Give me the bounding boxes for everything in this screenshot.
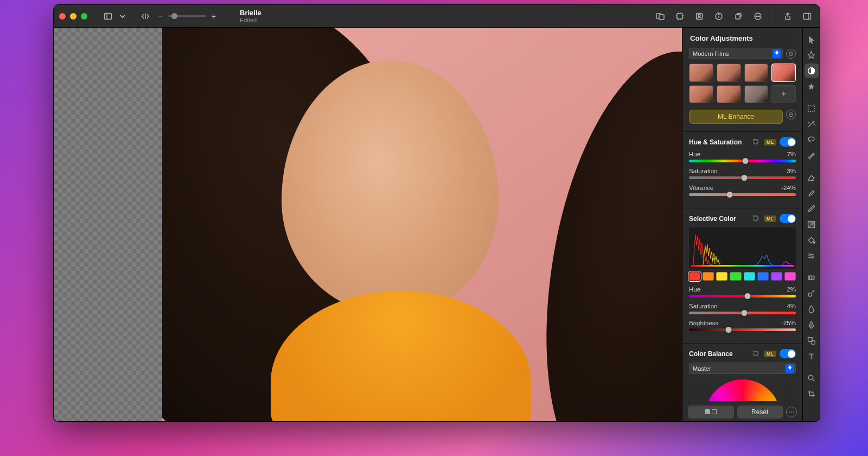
warp-tool[interactable] bbox=[805, 249, 819, 263]
share-button[interactable] bbox=[781, 9, 795, 23]
ml-crop-button[interactable] bbox=[673, 9, 687, 23]
param-slider[interactable] bbox=[689, 328, 796, 331]
param-slider[interactable] bbox=[689, 176, 796, 179]
param-slider[interactable] bbox=[689, 160, 796, 162]
more-options-button[interactable] bbox=[751, 9, 765, 23]
shape-tool[interactable] bbox=[805, 333, 819, 347]
split-compare-button[interactable] bbox=[688, 406, 734, 419]
color-wheel[interactable] bbox=[689, 379, 796, 401]
param-slider[interactable] bbox=[689, 312, 796, 314]
color-swatch[interactable] bbox=[771, 272, 782, 281]
svg-rect-4 bbox=[659, 15, 664, 20]
portrait-button[interactable] bbox=[692, 9, 706, 23]
ml-enhance-options-button[interactable]: ⊖ bbox=[786, 110, 796, 119]
add-preset-button[interactable]: + bbox=[771, 85, 796, 104]
erase-tool[interactable] bbox=[805, 170, 819, 184]
zoom-out-button[interactable]: − bbox=[156, 9, 165, 23]
svg-rect-16 bbox=[804, 13, 811, 19]
svg-point-23 bbox=[814, 124, 814, 125]
gradient-tool[interactable] bbox=[805, 217, 819, 231]
color-swatch[interactable] bbox=[784, 272, 796, 281]
info-button[interactable] bbox=[712, 9, 726, 23]
minimize-window-button[interactable] bbox=[70, 13, 76, 20]
section-toggle[interactable] bbox=[780, 214, 796, 223]
footer-more-button[interactable]: ⋯ bbox=[786, 407, 797, 417]
wand-tool[interactable] bbox=[805, 117, 819, 131]
param-value: 7% bbox=[787, 151, 796, 157]
inspector-title: Color Adjustments bbox=[682, 28, 802, 48]
histogram bbox=[689, 227, 796, 269]
preset-dropdown[interactable]: Modern Films bbox=[689, 48, 783, 59]
preset-caret-icon bbox=[773, 49, 781, 58]
styles-tool[interactable] bbox=[805, 48, 819, 62]
preset-thumb[interactable] bbox=[717, 85, 741, 104]
sidebar-options-chevron-icon[interactable] bbox=[119, 9, 126, 23]
param-slider[interactable] bbox=[689, 295, 796, 297]
preset-thumb[interactable] bbox=[771, 64, 796, 82]
preset-thumb[interactable] bbox=[689, 85, 713, 104]
paint-tool[interactable] bbox=[805, 186, 819, 200]
reset-section-icon[interactable] bbox=[752, 214, 761, 223]
collapse-presets-button[interactable]: ⊖ bbox=[786, 49, 796, 59]
arrow-tool[interactable] bbox=[805, 32, 819, 46]
inspector-panel: Color Adjustments Modern Films ⊖ bbox=[682, 28, 802, 421]
tone-caret-icon bbox=[786, 364, 794, 373]
pencil-tool[interactable] bbox=[805, 201, 819, 216]
reset-all-button[interactable]: Reset bbox=[737, 406, 783, 419]
lasso-tool[interactable] bbox=[805, 132, 819, 147]
preset-thumb[interactable] bbox=[689, 64, 713, 82]
compare-button[interactable] bbox=[653, 9, 667, 23]
document-title: Brielle bbox=[240, 9, 261, 17]
ml-enhance-button[interactable]: ML Enhance bbox=[689, 110, 783, 124]
param-slider[interactable] bbox=[689, 193, 796, 196]
reset-section-icon[interactable] bbox=[752, 350, 761, 358]
svg-point-13 bbox=[756, 16, 757, 17]
color-swatch[interactable] bbox=[689, 272, 700, 281]
section-toggle[interactable] bbox=[780, 349, 796, 358]
text-tool[interactable] bbox=[805, 349, 819, 363]
blur-tool[interactable] bbox=[805, 302, 819, 316]
color-swatch[interactable] bbox=[744, 272, 755, 281]
svg-point-14 bbox=[757, 16, 758, 17]
svg-point-10 bbox=[718, 14, 719, 15]
tone-dropdown[interactable]: Master bbox=[689, 363, 796, 374]
hue-saturation-section: Hue & Saturation ML Hue7% Saturation3% V… bbox=[682, 131, 802, 208]
preset-thumb[interactable] bbox=[744, 85, 769, 104]
pen-tool[interactable] bbox=[805, 318, 819, 332]
color-swatch[interactable] bbox=[757, 272, 769, 281]
preset-thumb[interactable] bbox=[744, 64, 769, 82]
zoom-in-button[interactable]: + bbox=[209, 9, 218, 23]
effects-tool[interactable] bbox=[805, 79, 819, 93]
color-swatch[interactable] bbox=[716, 272, 727, 281]
close-window-button[interactable] bbox=[59, 13, 66, 20]
color-swatch[interactable] bbox=[730, 272, 741, 281]
zoom-slider[interactable] bbox=[168, 15, 206, 17]
code-toggle-button[interactable] bbox=[138, 9, 153, 23]
toggle-sidebar-button[interactable] bbox=[100, 9, 116, 23]
svg-point-21 bbox=[813, 121, 814, 122]
ml-tag[interactable]: ML bbox=[764, 351, 776, 357]
ml-tag[interactable]: ML bbox=[764, 216, 776, 222]
clone-tool[interactable] bbox=[805, 286, 819, 300]
duplicate-button[interactable] bbox=[731, 9, 745, 23]
separator bbox=[773, 11, 773, 21]
canvas[interactable] bbox=[54, 28, 682, 421]
brush-tool[interactable] bbox=[805, 148, 819, 162]
color-swatches bbox=[689, 272, 796, 281]
preset-thumb[interactable] bbox=[717, 64, 741, 82]
crop-tool[interactable] bbox=[805, 387, 819, 401]
marquee-tool[interactable] bbox=[805, 101, 819, 115]
fill-tool[interactable] bbox=[805, 233, 819, 247]
fullscreen-window-button[interactable] bbox=[81, 13, 87, 20]
adjust-tool[interactable] bbox=[805, 64, 819, 78]
ml-tag[interactable]: ML bbox=[764, 139, 776, 145]
section-toggle[interactable] bbox=[780, 137, 796, 147]
svg-rect-18 bbox=[691, 265, 794, 267]
photo-area bbox=[162, 28, 682, 421]
reset-section-icon[interactable] bbox=[752, 138, 761, 147]
color-swatch[interactable] bbox=[703, 272, 714, 281]
repair-tool[interactable] bbox=[805, 270, 819, 284]
svg-point-31 bbox=[808, 293, 812, 296]
zoom-tool[interactable] bbox=[805, 371, 819, 385]
toggle-inspector-button[interactable] bbox=[800, 9, 814, 23]
